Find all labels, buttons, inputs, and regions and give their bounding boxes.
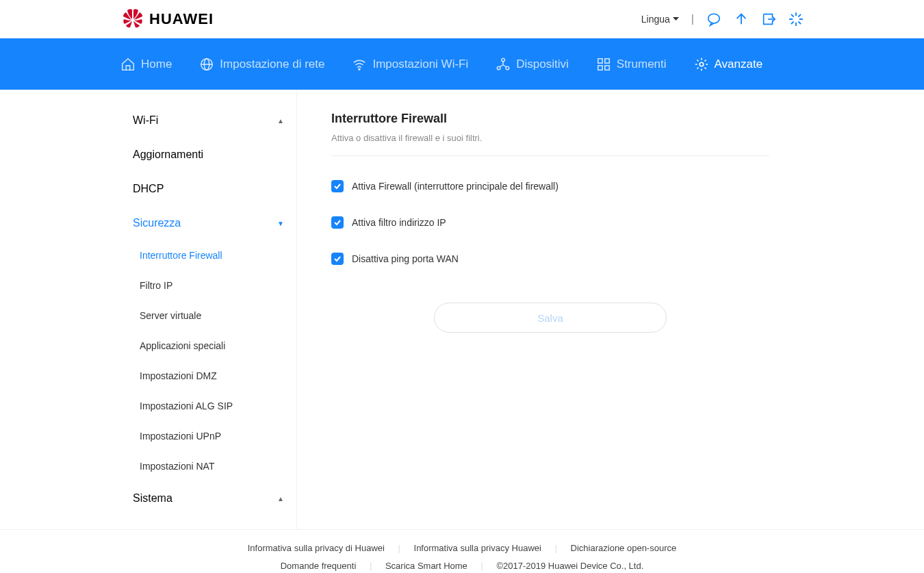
check-icon [333, 255, 342, 263]
checkbox-wanping[interactable] [331, 253, 344, 265]
footer-link-download[interactable]: Scarica Smart Home [374, 561, 478, 571]
nav-home[interactable]: Home [120, 57, 172, 72]
svg-point-14 [498, 66, 501, 70]
language-selector[interactable]: Lingua [641, 14, 679, 25]
sidebar-item-system[interactable]: Sistema ▲ [120, 481, 296, 515]
footer-link-faq[interactable]: Domande frequenti [270, 561, 368, 571]
svg-point-12 [359, 68, 361, 70]
globe-icon [199, 57, 214, 72]
triangle-up-icon: ▲ [277, 495, 284, 502]
sidebar-item-updates[interactable]: Aggiornamenti [120, 138, 296, 172]
chat-icon[interactable] [706, 12, 721, 27]
sidebar-security-label: Sicurezza [133, 217, 181, 229]
upload-icon[interactable] [734, 12, 749, 27]
triangle-up-icon: ▲ [277, 117, 284, 125]
footer-link-privacy2[interactable]: Informativa sulla privacy Huawei [403, 543, 552, 553]
svg-rect-17 [605, 58, 609, 62]
footer: Informativa sulla privacy di Huawei | In… [0, 529, 924, 573]
sidebar-sub-vserver[interactable]: Server virtuale [120, 301, 296, 331]
svg-rect-19 [605, 65, 609, 69]
check-icon [333, 218, 342, 227]
check-icon [333, 182, 342, 190]
svg-point-20 [700, 62, 704, 66]
nav-wifi-label: Impostazioni Wi-Fi [372, 58, 468, 71]
nav-advanced[interactable]: Avanzate [694, 57, 763, 72]
footer-copyright: ©2017-2019 Huawei Device Co., Ltd. [485, 561, 654, 571]
loading-icon [788, 12, 804, 27]
nav-network-label: Impostazione di rete [220, 58, 324, 71]
sidebar-updates-label: Aggiornamenti [133, 149, 203, 161]
sidebar-sub-alg[interactable]: Impostazioni ALG SIP [120, 391, 296, 421]
nav-tools-label: Strumenti [617, 58, 667, 71]
language-label: Lingua [641, 14, 670, 25]
sidebar-item-security[interactable]: Sicurezza ▼ [120, 206, 296, 240]
svg-line-7 [791, 22, 793, 24]
svg-point-13 [502, 58, 505, 62]
sidebar-sub-ipfilter[interactable]: Filtro IP [120, 270, 296, 301]
logout-icon[interactable] [761, 12, 776, 27]
checkbox-ipfilter[interactable] [331, 216, 344, 229]
sidebar-sub-upnp[interactable]: Impostazioni UPnP [120, 421, 296, 451]
nav-wifi[interactable]: Impostazioni Wi-Fi [352, 57, 468, 72]
divider: | [691, 13, 694, 25]
home-icon [120, 57, 136, 72]
svg-rect-18 [598, 65, 602, 69]
nav-advanced-label: Avanzate [715, 58, 763, 71]
brand-name: HUAWEI [149, 10, 214, 28]
gear-icon [694, 57, 709, 72]
nav-tools[interactable]: Strumenti [596, 57, 667, 72]
nav-network[interactable]: Impostazione di rete [199, 57, 324, 72]
grid-icon [596, 57, 611, 72]
page-desc: Attiva o disattiva il firewall e i suoi … [331, 133, 769, 156]
logo: HUAWEI [120, 7, 214, 31]
sidebar-system-label: Sistema [133, 492, 172, 505]
caret-down-icon [673, 17, 679, 21]
footer-link-privacy1[interactable]: Informativa sulla privacy di Huawei [237, 543, 396, 553]
sidebar-wifi-label: Wi-Fi [133, 114, 158, 127]
devices-icon [496, 57, 511, 72]
sidebar-sub-firewall[interactable]: Interruttore Firewall [120, 240, 296, 270]
save-button[interactable]: Salva [434, 303, 667, 333]
nav-home-label: Home [141, 58, 172, 71]
sidebar-sub-nat[interactable]: Impostazioni NAT [120, 451, 296, 481]
svg-point-0 [708, 14, 720, 23]
svg-line-3 [791, 14, 793, 16]
svg-line-8 [799, 14, 801, 16]
page-title: Interruttore Firewall [331, 112, 769, 126]
svg-line-4 [799, 22, 801, 24]
svg-point-15 [506, 66, 509, 70]
sidebar-dhcp-label: DHCP [133, 183, 164, 195]
triangle-down-icon: ▼ [277, 220, 284, 227]
check-label-ipfilter: Attiva filtro indirizzo IP [352, 217, 446, 228]
sidebar-sub-dmz[interactable]: Impostazioni DMZ [120, 361, 296, 391]
check-label-wanping: Disattiva ping porta WAN [352, 253, 459, 264]
sidebar-item-wifi[interactable]: Wi-Fi ▲ [120, 103, 296, 138]
check-label-firewall: Attiva Firewall (interruttore principale… [352, 181, 559, 192]
footer-link-opensource[interactable]: Dichiarazione open-source [560, 543, 688, 553]
huawei-logo-icon [120, 7, 145, 31]
sidebar-sub-special[interactable]: Applicazioni speciali [120, 331, 296, 361]
wifi-icon [352, 57, 367, 72]
nav-devices[interactable]: Dispositivi [496, 57, 569, 72]
checkbox-firewall[interactable] [331, 180, 344, 192]
svg-rect-16 [598, 58, 602, 62]
sidebar-item-dhcp[interactable]: DHCP [120, 172, 296, 206]
nav-devices-label: Dispositivi [516, 58, 569, 71]
